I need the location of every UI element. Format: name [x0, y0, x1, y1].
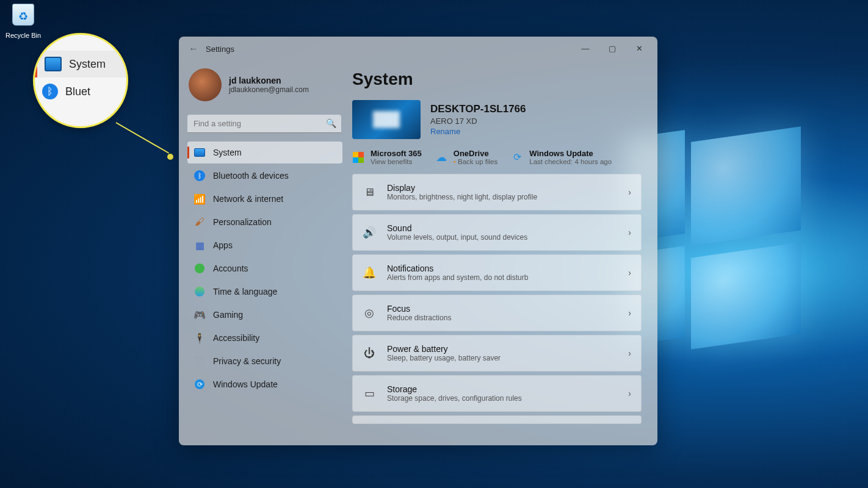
stat-title: Windows Update [529, 149, 612, 158]
globe-clock-icon [195, 287, 204, 296]
bluetooth-icon: ᛒ [194, 170, 205, 181]
card-desc: Reduce distractions [387, 314, 617, 322]
card-display[interactable]: 🖥DisplayMonitors, brightness, night ligh… [352, 174, 642, 210]
pc-name: DESKTOP-1SL1766 [430, 103, 526, 115]
sidebar-item-privacy[interactable]: 🛡 Privacy & security [187, 350, 342, 372]
sidebar-item-label: Windows Update [213, 379, 278, 389]
sidebar: jd laukkonen jdlaukkonen@gmail.com 🔍 Sys… [179, 61, 349, 445]
sidebar-item-windows-update[interactable]: ⟳ Windows Update [187, 373, 342, 395]
page-title: System [352, 70, 644, 89]
accessibility-icon: 🕴 [193, 332, 206, 344]
search-box[interactable]: 🔍 [187, 115, 341, 133]
stat-title: OneDrive [454, 149, 497, 158]
avatar [189, 68, 222, 101]
shield-icon: 🛡 [193, 355, 206, 367]
stat-title: Microsoft 365 [371, 149, 422, 158]
card-power-battery[interactable]: ⏻Power & batterySleep, battery usage, ba… [352, 335, 642, 371]
callout-leader-dot [167, 154, 173, 160]
status-row: Microsoft 365 View benefits ☁ OneDrive B… [352, 149, 644, 165]
stat-onedrive[interactable]: ☁ OneDrive Back up files [435, 149, 497, 165]
card-title: Storage [387, 384, 617, 394]
display-icon: 🖥 [363, 186, 376, 199]
chevron-right-icon: › [628, 187, 631, 197]
chevron-right-icon: › [628, 348, 631, 358]
bluetooth-icon: ᛒ [42, 84, 58, 99]
callout-system-label: System [69, 58, 106, 71]
system-icon [45, 57, 62, 71]
sidebar-item-label: Network & internet [213, 194, 283, 204]
sidebar-item-accounts[interactable]: Accounts [187, 257, 342, 279]
sidebar-item-accessibility[interactable]: 🕴 Accessibility [187, 327, 342, 349]
sidebar-item-system[interactable]: System [187, 142, 342, 163]
callout-magnifier: System ᛒ Bluet [33, 33, 128, 128]
sound-icon: 🔊 [363, 226, 376, 239]
sidebar-nav: System ᛒ Bluetooth & devices 📶 Network &… [187, 142, 342, 395]
sidebar-item-label: Apps [213, 240, 233, 250]
microsoft-365-icon [353, 152, 364, 163]
update-icon: ⟳ [195, 379, 204, 389]
settings-cards-list: 🖥DisplayMonitors, brightness, night ligh… [352, 174, 644, 424]
sidebar-item-apps[interactable]: ▦ Apps [187, 234, 342, 256]
windows-update-icon: ⟳ [511, 151, 523, 163]
sidebar-item-gaming[interactable]: 🎮 Gaming [187, 304, 342, 326]
sidebar-item-time[interactable]: Time & language [187, 281, 342, 303]
close-button[interactable]: ✕ [626, 39, 653, 59]
stat-sub: View benefits [371, 158, 422, 165]
minimize-button[interactable]: — [572, 39, 599, 59]
card-desc: Monitors, brightness, night light, displ… [387, 193, 617, 201]
sidebar-item-personalization[interactable]: 🖌 Personalization [187, 211, 342, 233]
sidebar-item-label: System [213, 148, 242, 157]
card-partial[interactable] [352, 415, 642, 424]
gamepad-icon: 🎮 [193, 309, 206, 321]
callout-system-row: System [35, 51, 126, 77]
recycle-bin-icon [10, 4, 36, 29]
apps-icon: ▦ [193, 239, 206, 251]
chevron-right-icon: › [628, 228, 631, 237]
profile-name: jd laukkonen [229, 76, 309, 85]
stat-windows-update[interactable]: ⟳ Windows Update Last checked: 4 hours a… [511, 149, 612, 165]
search-icon: 🔍 [326, 118, 336, 128]
titlebar: ← Settings — ▢ ✕ [179, 37, 657, 61]
sidebar-item-label: Time & language [213, 287, 277, 296]
sidebar-item-label: Privacy & security [213, 356, 281, 366]
onedrive-icon: ☁ [435, 151, 447, 163]
storage-icon: ▭ [363, 387, 376, 400]
maximize-button[interactable]: ▢ [599, 39, 626, 59]
rename-link[interactable]: Rename [430, 127, 526, 136]
card-desc: Alerts from apps and system, do not dist… [387, 273, 617, 282]
wifi-icon: 📶 [193, 193, 206, 205]
stat-sub: Back up files [454, 158, 497, 165]
card-notifications[interactable]: 🔔NotificationsAlerts from apps and syste… [352, 254, 642, 291]
main-content: System DESKTOP-1SL1766 AERO 17 XD Rename… [349, 61, 657, 445]
recycle-bin-label: Recycle Bin [5, 32, 42, 39]
card-storage[interactable]: ▭StorageStorage space, drives, configura… [352, 375, 642, 412]
sidebar-item-label: Accounts [213, 264, 248, 273]
person-icon [195, 264, 204, 273]
pc-model: AERO 17 XD [430, 117, 526, 126]
system-icon [194, 148, 205, 157]
search-input[interactable] [187, 115, 341, 133]
chevron-right-icon: › [628, 308, 631, 318]
sidebar-item-network[interactable]: 📶 Network & internet [187, 188, 342, 210]
card-title: Focus [387, 304, 617, 314]
card-desc: Storage space, drives, configuration rul… [387, 394, 617, 403]
stat-microsoft-365[interactable]: Microsoft 365 View benefits [352, 149, 422, 165]
card-focus[interactable]: ◎FocusReduce distractions› [352, 295, 642, 331]
callout-bluetooth-row: ᛒ Bluet [35, 77, 126, 106]
pc-thumbnail [352, 100, 421, 139]
stat-sub: Last checked: 4 hours ago [529, 158, 612, 165]
card-sound[interactable]: 🔊SoundVolume levels, output, input, soun… [352, 214, 642, 251]
card-title: Notifications [387, 264, 617, 273]
sidebar-item-label: Gaming [213, 310, 243, 320]
paintbrush-icon: 🖌 [193, 216, 206, 228]
card-title: Display [387, 183, 617, 193]
card-title: Power & battery [387, 344, 617, 354]
callout-bluetooth-label: Bluet [65, 85, 90, 98]
chevron-right-icon: › [628, 268, 631, 278]
sidebar-item-bluetooth[interactable]: ᛒ Bluetooth & devices [187, 165, 342, 187]
settings-window: ← Settings — ▢ ✕ jd laukkonen jdlaukkone… [179, 37, 657, 445]
back-button[interactable]: ← [184, 43, 203, 54]
sidebar-item-label: Personalization [213, 217, 272, 227]
recycle-bin-desktop-icon[interactable]: Recycle Bin [5, 1, 42, 39]
profile-block[interactable]: jd laukkonen jdlaukkonen@gmail.com [187, 65, 342, 112]
